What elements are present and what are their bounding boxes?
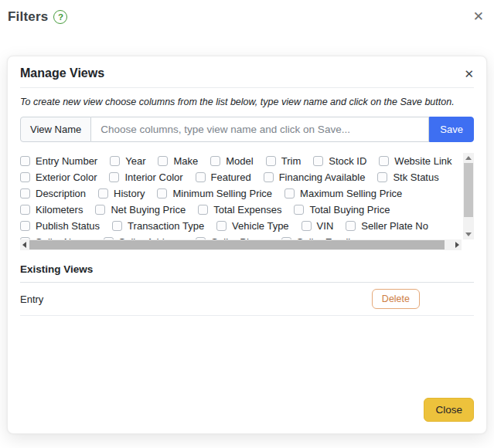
column-checkbox-year[interactable]: Year <box>110 155 145 167</box>
checkbox-icon[interactable] <box>294 205 304 215</box>
column-checkbox-stk-status[interactable]: Stk Status <box>377 171 438 183</box>
column-label: Model <box>226 155 253 167</box>
existing-view-name: Entry <box>20 294 43 305</box>
scroll-left-icon[interactable] <box>22 242 26 248</box>
page-close-icon[interactable]: ✕ <box>473 10 484 23</box>
checkbox-icon[interactable] <box>210 156 220 166</box>
checkbox-icon[interactable] <box>112 221 122 231</box>
manage-views-dialog: Manage Views ✕ To create new view choose… <box>7 56 487 434</box>
checkbox-icon[interactable] <box>20 205 30 215</box>
checkbox-icon[interactable] <box>20 221 30 231</box>
scroll-right-icon[interactable] <box>455 242 459 248</box>
checkbox-icon[interactable] <box>158 156 168 166</box>
instruction-text: To create new view choose columns from t… <box>20 97 474 107</box>
column-checkbox-maximum-selling-price[interactable]: Maximum Selling Price <box>284 188 402 199</box>
column-checkbox-publish-status[interactable]: Publish Status <box>20 220 100 232</box>
column-label: Exterior Color <box>36 171 97 183</box>
column-checkbox-interior-color[interactable]: Interior Color <box>109 171 182 183</box>
dialog-header: Manage Views ✕ <box>20 56 474 88</box>
existing-views-heading: Existing Views <box>20 257 474 283</box>
column-checkbox-exterior-color[interactable]: Exterior Color <box>20 171 97 183</box>
column-label: Kilometers <box>36 204 83 216</box>
delete-view-button[interactable]: Delete <box>372 289 420 309</box>
column-checkbox-website-link[interactable]: Website Link <box>379 155 451 167</box>
checkbox-icon[interactable] <box>264 172 274 182</box>
checkbox-icon[interactable] <box>157 188 167 199</box>
column-label: Seller Plate No <box>361 220 428 232</box>
column-checkbox-description[interactable]: Description <box>20 188 86 199</box>
checkbox-icon[interactable] <box>110 156 120 166</box>
column-checkbox-make[interactable]: Make <box>158 155 198 167</box>
column-label: Minimum Selling Price <box>172 188 272 199</box>
close-button[interactable]: Close <box>424 398 474 422</box>
checkbox-icon[interactable] <box>302 221 312 231</box>
column-checkbox-featured[interactable]: Featured <box>196 171 251 183</box>
column-checkbox-transaction-type[interactable]: Transaction Type <box>112 220 204 232</box>
scroll-down-icon[interactable] <box>465 232 472 236</box>
column-checkbox-entry-number[interactable]: Entry Number <box>20 155 97 167</box>
column-label: Year <box>125 155 145 167</box>
column-label: Website Link <box>394 155 451 167</box>
column-label: Transaction Type <box>128 220 204 232</box>
column-checkbox-total-buying-price[interactable]: Total Buying Price <box>294 204 390 216</box>
checkbox-icon[interactable] <box>20 172 30 182</box>
dialog-title: Manage Views <box>20 66 104 80</box>
checkbox-icon[interactable] <box>379 156 389 166</box>
column-checkbox-net-buying-price[interactable]: Net Buying Price <box>95 204 186 216</box>
column-label: History <box>114 188 145 199</box>
column-label: Publish Status <box>36 220 100 232</box>
column-checkbox-seller-plate-no[interactable]: Seller Plate No <box>346 220 428 232</box>
column-checkbox-trim[interactable]: Trim <box>266 155 302 167</box>
checkbox-icon[interactable] <box>198 205 208 215</box>
screen: Filters ? ✕ Manage Views ✕ To create new… <box>0 0 494 448</box>
column-checkbox-vin[interactable]: VIN <box>302 220 334 232</box>
checkbox-icon[interactable] <box>266 156 276 166</box>
column-checkbox-model[interactable]: Model <box>210 155 253 167</box>
view-name-input-group: View Name Save <box>20 117 474 142</box>
column-checkbox-vehicle-type[interactable]: Vehicle Type <box>216 220 288 232</box>
horizontal-scrollbar-thumb[interactable] <box>29 240 445 249</box>
column-checkbox-stock-id[interactable]: Stock ID <box>313 155 366 167</box>
horizontal-scrollbar[interactable] <box>20 239 462 250</box>
checkbox-icon[interactable] <box>313 156 323 166</box>
column-label: Description <box>36 188 86 199</box>
checkbox-icon[interactable] <box>216 221 227 231</box>
checkbox-icon[interactable] <box>284 188 295 199</box>
help-icon[interactable]: ? <box>53 10 67 24</box>
column-label: Featured <box>211 171 251 183</box>
column-label: Financing Available <box>279 171 366 183</box>
checkbox-icon[interactable] <box>377 172 387 182</box>
column-label: Make <box>173 155 198 167</box>
column-label: Total Buying Price <box>309 204 390 216</box>
checkbox-icon[interactable] <box>20 156 30 166</box>
checkbox-icon[interactable] <box>346 221 356 231</box>
column-checkbox-history[interactable]: History <box>98 188 145 199</box>
checkbox-icon[interactable] <box>98 188 108 199</box>
column-checkbox-kilometers[interactable]: Kilometers <box>20 204 83 216</box>
column-label: Net Buying Price <box>111 204 186 216</box>
scroll-up-icon[interactable] <box>465 156 472 160</box>
page-header: Filters ? <box>8 9 67 25</box>
view-name-input[interactable] <box>91 117 429 142</box>
checkbox-icon[interactable] <box>95 205 105 215</box>
checkbox-icon[interactable] <box>109 172 119 182</box>
columns-row: Publish StatusTransaction TypeVehicle Ty… <box>20 218 462 234</box>
dialog-close-icon[interactable]: ✕ <box>464 68 474 80</box>
checkbox-icon[interactable] <box>20 188 30 199</box>
column-checkbox-total-expenses[interactable]: Total Expenses <box>198 204 281 216</box>
column-label: Total Expenses <box>213 204 281 216</box>
columns-row: Exterior ColorInterior ColorFeaturedFina… <box>20 169 462 185</box>
vertical-scrollbar-thumb[interactable] <box>464 163 473 217</box>
column-label: Vehicle Type <box>232 220 288 232</box>
column-label: Interior Color <box>124 171 182 183</box>
vertical-scrollbar[interactable] <box>463 153 474 239</box>
checkbox-icon[interactable] <box>196 172 206 182</box>
columns-list: Entry NumberYearMakeModelTrimStock IDWeb… <box>20 153 462 241</box>
column-label: Trim <box>281 155 302 167</box>
column-checkbox-minimum-selling-price[interactable]: Minimum Selling Price <box>157 188 272 199</box>
page-title: Filters <box>8 9 48 25</box>
columns-row: DescriptionHistoryMinimum Selling PriceM… <box>20 185 462 202</box>
column-label: Entry Number <box>36 155 97 167</box>
save-button[interactable]: Save <box>429 117 474 142</box>
column-checkbox-financing-available[interactable]: Financing Available <box>264 171 366 183</box>
